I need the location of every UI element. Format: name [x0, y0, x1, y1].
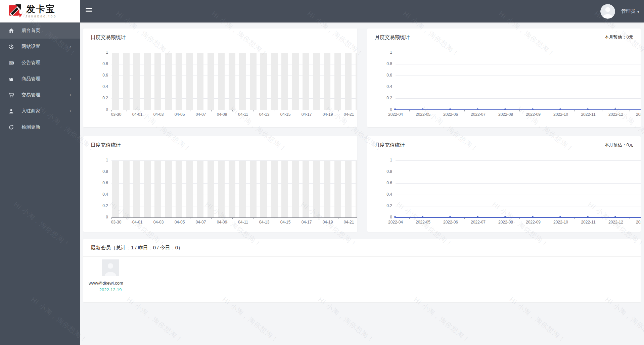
data-point-marker — [532, 216, 534, 218]
sidebar-item-check-update[interactable]: 检测更新 — [0, 119, 80, 135]
line-series — [396, 217, 641, 218]
bar-background — [334, 161, 341, 217]
card-title: 月度充值统计 — [375, 142, 405, 148]
grid-line — [396, 98, 641, 99]
data-point-marker — [559, 216, 561, 218]
y-axis-label: 0.4 — [367, 192, 392, 197]
axis-tick — [464, 110, 465, 111]
data-point-marker — [394, 216, 396, 218]
x-axis-label: 2022-06 — [440, 220, 462, 225]
grid-line — [396, 64, 641, 64]
y-axis-label: 1 — [367, 50, 392, 55]
sidebar-item-products[interactable]: 商品管理 — [0, 71, 80, 87]
grid-line — [396, 53, 641, 53]
x-axis-label: 04-17 — [295, 220, 318, 225]
bar-background — [292, 161, 299, 217]
x-axis-label: 2022-05 — [412, 220, 434, 225]
axis-tick — [464, 218, 465, 219]
bar-background — [176, 53, 182, 110]
x-axis-label: 2022-09 — [522, 220, 544, 225]
grid-line — [396, 87, 641, 87]
bar-background — [123, 161, 130, 217]
data-point-marker — [532, 108, 534, 110]
brand-logo[interactable]: 发卡宝 fakabao.top — [0, 0, 80, 22]
y-axis-label: 1 — [83, 158, 108, 162]
data-point-marker — [394, 108, 396, 110]
sidebar-item-site-settings[interactable]: 网站设置 — [0, 39, 80, 55]
axis-tick — [148, 110, 148, 111]
daily-recharge-chart: 00.20.40.60.8103-3004-0104-0304-0504-070… — [83, 154, 357, 232]
y-axis-label: 0.6 — [83, 73, 108, 78]
y-axis-label: 0.6 — [367, 181, 392, 185]
data-point-marker — [587, 216, 589, 218]
grid-line — [396, 195, 641, 195]
grid-line — [396, 76, 641, 76]
axis-tick — [254, 110, 254, 111]
y-axis-label: 0 — [367, 107, 392, 112]
grid-line — [396, 160, 641, 161]
axis-tick — [211, 218, 212, 219]
sidebar-item-transactions[interactable]: 交易管理 — [0, 87, 80, 103]
monthly-recharge-chart: 00.20.40.60.812022-042022-052022-062022-… — [367, 154, 641, 232]
y-axis-label: 1 — [83, 50, 108, 55]
x-axis-label: 2022-07 — [467, 220, 489, 225]
announcement-icon: NEW — [8, 60, 14, 66]
hamburger-menu-icon[interactable] — [86, 8, 92, 13]
sidebar-item-announcements[interactable]: NEW 公告管理 — [0, 55, 80, 71]
bar-background — [356, 53, 358, 110]
bar-background — [186, 53, 193, 110]
bar-background — [112, 161, 119, 217]
y-axis-label: 0.6 — [83, 181, 108, 185]
y-axis-label: 0.8 — [367, 169, 392, 174]
x-axis-label: 04-19 — [317, 220, 339, 225]
axis-tick — [296, 110, 296, 111]
card-title: 日度交易额统计 — [91, 34, 126, 41]
x-axis-label: 04-07 — [190, 220, 212, 225]
x-axis-label: 2023-01 — [632, 220, 641, 225]
data-point-marker — [504, 108, 506, 110]
sidebar-item-merchants[interactable]: 入驻商家 — [0, 103, 80, 119]
user-menu[interactable]: 管理员 — [600, 0, 639, 22]
sidebar-item-dashboard[interactable]: 后台首页 — [0, 22, 80, 39]
grid-line — [396, 172, 641, 172]
y-axis-label: 0 — [83, 107, 108, 112]
bar-background — [281, 53, 288, 110]
axis-tick — [409, 110, 410, 111]
axis-tick — [409, 218, 410, 219]
brand-name: 发卡宝 — [26, 4, 57, 14]
card-title: 日度充值统计 — [91, 142, 121, 148]
axis-tick — [169, 218, 169, 219]
axis-tick — [602, 110, 602, 111]
axis-tick — [296, 218, 296, 219]
axis-tick — [254, 218, 254, 219]
axis-tick — [169, 110, 169, 111]
bar-background — [324, 53, 330, 110]
sidebar-item-label: 交易管理 — [21, 92, 40, 98]
bar-background — [112, 53, 119, 110]
axis-tick — [437, 218, 437, 219]
y-axis-label: 0 — [83, 215, 108, 219]
brand-domain: fakabao.top — [26, 14, 57, 18]
x-axis-label: 04-01 — [126, 112, 148, 117]
member-email: www@dkewl.com — [89, 281, 130, 286]
sidebar-item-label: 公告管理 — [21, 60, 40, 66]
x-axis-line — [111, 217, 357, 218]
bar-background — [250, 161, 257, 217]
line-series — [396, 109, 641, 110]
x-axis-label: 2023-01 — [632, 112, 641, 117]
sidebar-item-label: 检测更新 — [21, 124, 40, 130]
x-axis-label: 04-09 — [211, 220, 233, 225]
monthly-estimate-label: 本月预估：0元 — [605, 142, 633, 148]
axis-tick — [190, 110, 190, 111]
svg-text:NEW: NEW — [9, 62, 13, 64]
bar-background — [133, 161, 140, 217]
bar-background — [208, 161, 214, 217]
bar-background — [313, 53, 320, 110]
bar-background — [334, 53, 341, 110]
sidebar-item-label: 后台首页 — [21, 28, 40, 34]
bar-background — [218, 161, 225, 217]
shopping-bag-icon — [8, 76, 14, 82]
bar-background — [345, 53, 352, 110]
axis-tick — [127, 218, 127, 219]
y-axis-label: 0.2 — [83, 203, 108, 208]
